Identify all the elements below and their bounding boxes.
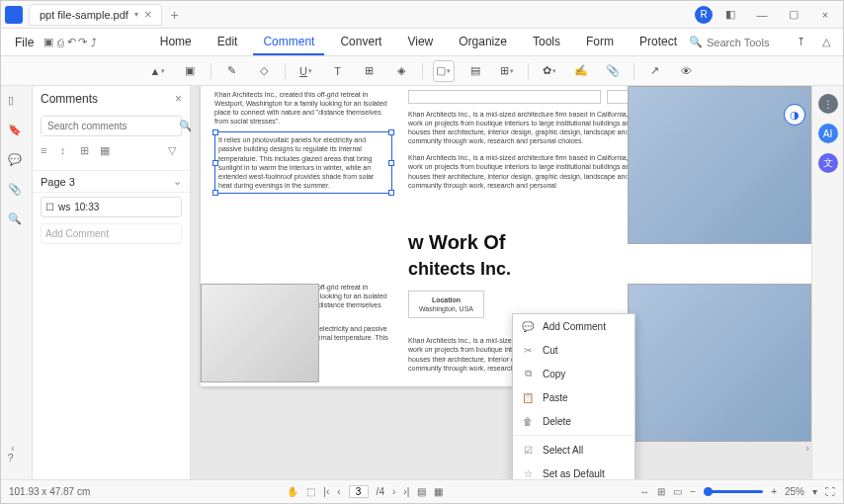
ai-sidebar-icon[interactable]: ⋮ xyxy=(818,94,838,114)
filter1-icon[interactable]: ⊞ xyxy=(80,144,94,158)
expand-icon[interactable]: △ xyxy=(815,32,837,53)
view-mode-icon[interactable]: ▦ xyxy=(434,486,443,497)
tab-edit[interactable]: Edit xyxy=(208,30,248,55)
selected-text-box[interactable]: It relies on photovoltaic panels for ele… xyxy=(214,131,392,194)
zoom-dropdown-icon[interactable]: ▾ xyxy=(812,486,817,497)
comment-panel-icon[interactable]: 💬 xyxy=(8,153,26,171)
checkbox-icon[interactable]: ☐ xyxy=(45,202,54,212)
feedback-icon[interactable]: ◧ xyxy=(717,4,744,26)
page-number-input[interactable] xyxy=(349,485,369,498)
redo-icon[interactable]: ↷ xyxy=(78,32,87,53)
close-panel-icon[interactable]: × xyxy=(175,92,182,106)
pencil-tool[interactable]: ✎ xyxy=(221,60,243,82)
arrow-tool[interactable]: ↗ xyxy=(644,60,666,82)
select-tool-icon[interactable]: ⬚ xyxy=(306,486,315,497)
signature-tool[interactable]: ✍ xyxy=(570,60,592,82)
comments-search-input[interactable] xyxy=(42,117,179,135)
ai-tool-icon[interactable]: AI xyxy=(818,124,838,143)
scroll-right-icon[interactable]: › xyxy=(805,442,809,454)
search-icon: 🔍 xyxy=(689,36,703,48)
resize-handle[interactable] xyxy=(212,160,218,166)
search-panel-icon[interactable]: 🔍 xyxy=(8,212,26,230)
note-tool[interactable]: ▣ xyxy=(179,60,201,82)
textbox-tool[interactable]: ⊞ xyxy=(359,60,380,82)
chevron-down-icon: ⌄ xyxy=(173,175,182,188)
cm-copy[interactable]: ⧉Copy xyxy=(513,362,634,385)
tab-protect[interactable]: Protect xyxy=(630,30,687,55)
hide-tool[interactable]: 👁 xyxy=(676,60,698,82)
cm-paste[interactable]: 📋Paste xyxy=(513,385,634,409)
file-menu[interactable]: File xyxy=(7,32,42,53)
save-icon[interactable]: ▣ xyxy=(43,32,53,53)
attachment-panel-icon[interactable]: 📎 xyxy=(8,183,26,201)
cm-select-all[interactable]: ☑Select All xyxy=(513,438,634,462)
resize-handle[interactable] xyxy=(388,190,394,196)
last-page-icon[interactable]: ›| xyxy=(403,486,409,497)
fit-page-icon[interactable]: ⊞ xyxy=(657,486,665,497)
thumbnail-icon[interactable]: ▯ xyxy=(8,94,26,112)
tab-tools[interactable]: Tools xyxy=(523,30,570,55)
next-page-icon[interactable]: › xyxy=(392,486,395,497)
page-group-header[interactable]: Page 3 ⌄ xyxy=(33,170,190,193)
cm-delete[interactable]: 🗑Delete xyxy=(513,409,634,433)
text-tool[interactable]: T xyxy=(327,60,349,82)
comment-tool[interactable]: ▤ xyxy=(464,60,486,82)
attachment-tool[interactable]: 📎 xyxy=(602,60,624,82)
print-icon[interactable]: ⎙ xyxy=(55,32,64,53)
scroll-left-icon[interactable]: ‹ xyxy=(11,442,15,454)
resize-handle[interactable] xyxy=(388,160,394,166)
cm-cut[interactable]: ✂Cut xyxy=(513,338,634,362)
tab-home[interactable]: Home xyxy=(150,30,202,55)
maximize-button[interactable]: ▢ xyxy=(780,4,807,26)
cm-set-default[interactable]: ☆Set as Default xyxy=(513,462,634,479)
close-tab-icon[interactable]: × xyxy=(144,7,152,22)
help-icon[interactable]: ? xyxy=(8,452,26,469)
zoom-out-icon[interactable]: − xyxy=(690,486,696,497)
document-tab[interactable]: ppt file-sample.pdf ▾ × xyxy=(29,4,162,26)
eraser-tool[interactable]: ◇ xyxy=(253,60,275,82)
resize-handle[interactable] xyxy=(212,129,218,135)
tab-title: ppt file-sample.pdf xyxy=(40,9,128,21)
share-icon[interactable]: ⤴ xyxy=(89,32,98,53)
tab-organize[interactable]: Organize xyxy=(449,30,517,55)
fit-width-icon[interactable]: ↔ xyxy=(639,486,649,497)
stamp-tool[interactable]: ✿ xyxy=(539,60,560,82)
tab-comment[interactable]: Comment xyxy=(253,30,324,55)
translate-icon[interactable]: 文 xyxy=(818,153,838,173)
first-page-icon[interactable]: |‹ xyxy=(323,486,329,497)
dropdown-icon[interactable]: ▾ xyxy=(134,10,138,19)
prev-page-icon[interactable]: ‹ xyxy=(337,486,340,497)
shape-tool[interactable]: ▢ xyxy=(433,60,455,82)
search-tools-input[interactable] xyxy=(707,37,786,48)
underline-tool[interactable]: U xyxy=(295,60,317,82)
resize-handle[interactable] xyxy=(388,129,394,135)
new-tab-button[interactable]: + xyxy=(170,7,178,23)
highlight-tool[interactable]: ▲ xyxy=(147,60,169,82)
close-window-button[interactable]: × xyxy=(811,4,839,26)
list-view-icon[interactable]: ≡ xyxy=(41,144,54,158)
comment-list-item[interactable]: ☐ ws 10:33 xyxy=(41,197,182,217)
tab-convert[interactable]: Convert xyxy=(330,30,391,55)
measure-tool[interactable]: ⊞ xyxy=(496,60,518,82)
undo-icon[interactable]: ↶ xyxy=(67,32,76,53)
resize-handle[interactable] xyxy=(212,190,218,196)
hand-tool-icon[interactable]: ✋ xyxy=(287,486,298,497)
add-comment-button[interactable]: Add Comment xyxy=(41,223,182,244)
minimize-button[interactable]: — xyxy=(748,4,776,26)
funnel-icon[interactable]: ▽ xyxy=(168,144,182,158)
sort-icon[interactable]: ↕ xyxy=(60,144,74,158)
callout-tool[interactable]: ◈ xyxy=(390,60,412,82)
tab-view[interactable]: View xyxy=(397,30,443,55)
view-mode-icon[interactable]: ▤ xyxy=(417,486,426,497)
collapse-ribbon-icon[interactable]: ⤒ xyxy=(790,32,811,53)
zoom-slider[interactable] xyxy=(704,490,763,493)
bookmark-icon[interactable]: 🔖 xyxy=(8,124,26,141)
fullscreen-icon[interactable]: ⛶ xyxy=(825,486,835,497)
tab-form[interactable]: Form xyxy=(576,30,624,55)
floating-tool-icon[interactable]: ◑ xyxy=(784,104,805,126)
reading-mode-icon[interactable]: ▭ xyxy=(673,486,682,497)
filter2-icon[interactable]: ▦ xyxy=(100,144,114,158)
cm-add-comment[interactable]: 💬Add Comment xyxy=(513,314,634,338)
user-avatar[interactable]: R xyxy=(695,6,713,24)
zoom-in-icon[interactable]: + xyxy=(771,486,777,497)
